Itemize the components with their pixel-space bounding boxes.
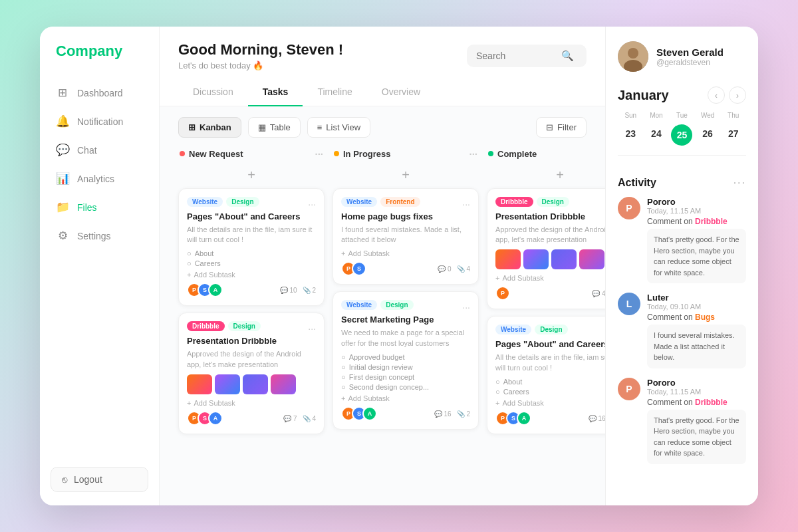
column-menu-button[interactable]: ··· (315, 148, 323, 160)
attachment-count: 📎 2 (303, 287, 316, 294)
card-tag: Design (226, 197, 259, 207)
kanban-card: WebsiteDesign···Pages "About" and Career… (487, 316, 605, 434)
calendar-prev-button[interactable]: ‹ (708, 86, 725, 104)
logout-icon: ⎋ (62, 474, 67, 485)
tab-discussion[interactable]: Dicussion (178, 77, 248, 106)
activity-link-text[interactable]: Bugs (695, 313, 715, 322)
kanban-view-button[interactable]: ⊞ Kanban (178, 117, 241, 138)
card-stats: 💬 16📎 2 (589, 415, 605, 422)
activity-body: Pororo Today, 11.15 AM Comment on Dribbb… (647, 197, 746, 283)
card-checklist-item: ○Careers (495, 388, 605, 396)
card-image-thumbnail (243, 374, 268, 394)
activity-time: Today, 11.15 AM (647, 388, 746, 396)
search-bar[interactable]: 🔍 (467, 45, 587, 67)
add-subtask-button[interactable]: +Add Subtask (495, 274, 605, 282)
card-menu-button[interactable]: ··· (462, 199, 470, 209)
activity-link-text[interactable]: Dribbble (695, 398, 728, 407)
card-title: Home page bugs fixes (341, 211, 470, 221)
add-subtask-button[interactable]: +Add Subtask (341, 249, 470, 257)
card-description: I found several mistakes. Made a list, a… (341, 225, 470, 245)
add-subtask-button[interactable]: +Add Subtask (187, 399, 316, 407)
card-image-thumbnail (215, 374, 240, 394)
card-image-thumbnail (187, 374, 212, 394)
card-menu-button[interactable]: ··· (462, 302, 470, 313)
kanban-column-new-request: New Request ··· +WebsiteDesign···Pages "… (178, 144, 325, 442)
card-tags: DribbbleDesign (495, 197, 569, 207)
kanban-board: New Request ··· +WebsiteDesign···Pages "… (160, 144, 605, 506)
card-menu-button[interactable]: ··· (308, 323, 316, 334)
card-description: Approved the design of the Android app, … (495, 225, 605, 245)
add-card-button[interactable]: + (487, 165, 605, 188)
activity-item: L Luter Today, 09.10 AM Comment on Bugs … (618, 293, 746, 368)
add-subtask-button[interactable]: +Add Subtask (187, 271, 316, 279)
avatar: L (618, 293, 640, 315)
kanban-column-in-progress: In Progress ··· +WebsiteFrontend···Home … (332, 144, 479, 437)
column-dot (180, 151, 185, 156)
calendar-day[interactable]: 26 (695, 124, 721, 146)
kanban-card: WebsiteDesign···Pages "About" and Career… (178, 188, 325, 307)
activity-menu-button[interactable]: ··· (733, 177, 746, 189)
card-tag: Dribbble (495, 197, 533, 207)
column-menu-button[interactable]: ··· (469, 148, 477, 160)
add-card-button[interactable]: + (332, 165, 479, 188)
card-tag: Design (380, 300, 413, 310)
filter-button[interactable]: ⊟ Filter (536, 117, 587, 138)
card-tag: Website (341, 197, 377, 207)
sidebar-item-dashboard[interactable]: ⊞Dashboard (40, 78, 159, 107)
card-image-thumbnail (551, 249, 577, 269)
sidebar: Company ⊞Dashboard🔔Notification💬Chat📊Ana… (40, 27, 160, 505)
card-stats: 💬 16📎 2 (434, 410, 470, 418)
comment-count: 💬 4 (592, 290, 605, 297)
sidebar-item-analytics[interactable]: 📊Analytics (40, 164, 159, 193)
sidebar-item-notification[interactable]: 🔔Notification (40, 107, 159, 136)
card-avatars: PSA (341, 406, 377, 421)
calendar-today[interactable]: 25 (671, 124, 692, 146)
column-header-left: In Progress (334, 149, 391, 159)
card-description: All the details are in the file, iam sur… (187, 225, 316, 245)
tab-overview[interactable]: Overview (367, 77, 435, 106)
search-input[interactable] (476, 51, 556, 61)
sidebar-item-files[interactable]: 📁Files (40, 193, 159, 221)
kanban-column-complete: Complete ··· +DribbbleDesign···Presentat… (487, 144, 605, 442)
calendar-day[interactable]: 27 (720, 124, 746, 146)
card-title: Presentation Dribbble (495, 211, 605, 221)
calendar-day[interactable]: 24 (644, 124, 670, 146)
card-checklist-item: ○About (495, 378, 605, 386)
card-checklist-item: ○Approved budget (341, 353, 470, 361)
add-card-button[interactable]: + (178, 165, 325, 188)
logout-button[interactable]: ⎋ Logout (51, 467, 148, 492)
card-stats: 💬 4📎 4 (592, 290, 605, 297)
activity-link-text[interactable]: Dribbble (695, 217, 728, 226)
card-tag: Website (187, 197, 223, 207)
activity-action: Comment on Dribbble (647, 398, 746, 407)
card-footer: PSA💬 10📎 2 (187, 283, 316, 297)
sidebar-item-chat[interactable]: 💬Chat (40, 136, 159, 164)
avatar: P (618, 378, 640, 400)
activity-title: Activity (618, 177, 656, 189)
calendar-next-button[interactable]: › (729, 86, 746, 104)
calendar-day[interactable]: 23 (618, 124, 644, 146)
sidebar-item-label: Settings (77, 231, 111, 241)
add-subtask-button[interactable]: +Add Subtask (341, 394, 470, 402)
avatar: A (208, 283, 223, 297)
sidebar-logo: Company (40, 43, 159, 78)
card-image-thumbnail (495, 249, 521, 269)
page-greeting: Good Morning, Steven ! (178, 41, 343, 59)
table-view-button[interactable]: ▦ Table (248, 117, 301, 138)
card-menu-button[interactable]: ··· (308, 199, 316, 209)
tab-tasks[interactable]: Tasks (248, 77, 303, 106)
activity-header: Activity ··· (618, 177, 746, 189)
comment-count: 💬 10 (280, 287, 297, 294)
tab-timeline[interactable]: Timeline (303, 77, 366, 106)
column-title: In Progress (343, 149, 391, 159)
list-view-button[interactable]: ≡ List View (307, 117, 370, 138)
table-icon: ▦ (258, 122, 266, 132)
column-dot (334, 151, 339, 156)
activity-body: Pororo Today, 11.15 AM Comment on Dribbb… (647, 378, 746, 464)
avatar (618, 41, 648, 72)
card-avatars: PS (341, 261, 366, 276)
sidebar-item-settings[interactable]: ⚙Settings (40, 221, 159, 250)
add-subtask-button[interactable]: +Add Subtask (495, 399, 605, 407)
card-tag: Design (535, 325, 567, 334)
card-description: Approved the design of the Android app, … (187, 349, 316, 370)
